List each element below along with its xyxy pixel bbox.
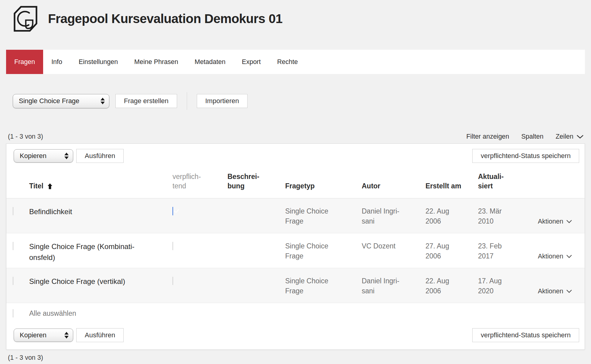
- tab-metadaten[interactable]: Metadaten: [186, 50, 234, 74]
- show-filter-link[interactable]: Filter anzeigen: [466, 133, 509, 140]
- updated-cell: 23. Feb 2017: [478, 241, 538, 261]
- row-actions-dropdown[interactable]: Aktionen: [538, 253, 572, 260]
- tab-rechte[interactable]: Rechte: [269, 50, 306, 74]
- execute-button-top[interactable]: Ausführen: [76, 149, 124, 163]
- chevron-down-icon: [566, 289, 572, 293]
- tab-info[interactable]: Info: [43, 50, 70, 74]
- tab-bar: Fragen Info Einstellungen Meine Phrasen …: [6, 50, 585, 74]
- chevron-down-icon: [566, 220, 572, 223]
- mandatory-checkbox[interactable]: [173, 242, 173, 250]
- author-cell: Daniel Ingri- sani: [362, 276, 425, 296]
- updated-cell: 23. Mär 2010: [478, 206, 538, 226]
- question-type-cell: Single Choice Frage: [285, 241, 362, 261]
- author-cell: VC Dozent: [362, 241, 425, 251]
- table-controls-top: Kopieren Ausführen verpflichtend-Status …: [6, 144, 585, 163]
- column-header-titel[interactable]: Titel: [29, 181, 172, 191]
- column-header-autor[interactable]: Autor: [362, 181, 425, 191]
- question-title-link[interactable]: Befindlichkeit: [29, 206, 172, 217]
- created-cell: 27. Aug 2006: [425, 241, 478, 261]
- table-row: Befindlichkeit Single Choice Frage Danie…: [6, 198, 585, 233]
- author-cell: Daniel Ingri- sani: [362, 206, 425, 226]
- question-title-link[interactable]: Single Choice Frage (vertikal): [29, 276, 172, 287]
- select-all-row: Alle auswählen: [6, 303, 585, 325]
- row-actions-dropdown[interactable]: Aktionen: [538, 288, 572, 295]
- chevron-down-icon: [566, 254, 572, 258]
- updated-cell: 17. Aug 2020: [478, 276, 538, 296]
- mandatory-checkbox[interactable]: [173, 277, 173, 285]
- row-select-checkbox[interactable]: [13, 242, 13, 250]
- row-actions-dropdown[interactable]: Aktionen: [538, 218, 572, 225]
- column-header-erstellt-am[interactable]: Erstellt am: [425, 181, 478, 191]
- toolbar-divider: [187, 92, 187, 110]
- bulk-action-value: Kopieren: [20, 152, 46, 160]
- select-all-checkbox[interactable]: [13, 309, 13, 318]
- page-header: Fragepool Kursevaluation Demokurs 01: [0, 0, 591, 33]
- question-toolbar: Single Choice Frage Frage erstellen Impo…: [13, 92, 591, 110]
- save-mandatory-status-button-bottom[interactable]: verpflichtend-Status speichern: [472, 328, 579, 342]
- question-type-cell: Single Choice Frage: [285, 206, 362, 226]
- chevron-down-icon: [576, 135, 584, 139]
- rows-dropdown[interactable]: Zeilen: [555, 133, 584, 140]
- create-question-button[interactable]: Frage erstellen: [115, 94, 177, 108]
- tab-fragen[interactable]: Fragen: [6, 50, 43, 74]
- tab-export[interactable]: Export: [234, 50, 269, 74]
- question-type-select[interactable]: Single Choice Frage: [13, 94, 109, 108]
- column-header-aktualisiert[interactable]: Aktuali- siert: [478, 172, 538, 191]
- created-cell: 22. Aug 2006: [425, 206, 478, 226]
- question-type-select-value: Single Choice Frage: [19, 97, 79, 105]
- column-header-verpflichtend: verpflich- tend: [172, 172, 227, 191]
- row-select-checkbox[interactable]: [13, 277, 13, 285]
- columns-link[interactable]: Spalten: [521, 133, 544, 140]
- select-stepper-icon: [101, 98, 105, 104]
- created-cell: 22. Aug 2006: [425, 276, 478, 296]
- table-header-row: Titel verpflich- tend Beschrei- bung Fra…: [6, 163, 585, 198]
- row-select-checkbox[interactable]: [13, 207, 13, 215]
- bulk-action-select-bottom[interactable]: Kopieren: [14, 329, 73, 342]
- select-stepper-icon: [64, 332, 69, 339]
- tab-einstellungen[interactable]: Einstellungen: [70, 50, 126, 74]
- bulk-action-value: Kopieren: [20, 331, 46, 339]
- tab-meine-phrasen[interactable]: Meine Phrasen: [126, 50, 186, 74]
- view-controls: Filter anzeigen Spalten Zeilen: [466, 133, 584, 140]
- page-title: Fragepool Kursevaluation Demokurs 01: [48, 12, 282, 26]
- execute-button-bottom[interactable]: Ausführen: [76, 328, 124, 342]
- question-table: Kopieren Ausführen verpflichtend-Status …: [6, 143, 585, 350]
- bulk-action-select-top[interactable]: Kopieren: [14, 149, 73, 163]
- mandatory-checkbox[interactable]: [173, 207, 173, 215]
- question-title-link[interactable]: Single Choice Frage (Kombinati- onsfeld): [29, 241, 172, 263]
- table-controls-bottom: Kopieren Ausführen verpflichtend-Status …: [6, 325, 585, 349]
- question-pool-icon: [12, 5, 39, 32]
- list-meta-row: (1 - 3 von 3) Filter anzeigen Spalten Ze…: [8, 133, 584, 140]
- sort-asc-icon: [47, 183, 53, 190]
- table-row: Single Choice Frage (vertikal) Single Ch…: [6, 268, 585, 303]
- import-button[interactable]: Importieren: [197, 94, 248, 108]
- select-stepper-icon: [64, 153, 69, 159]
- column-header-beschreibung[interactable]: Beschrei- bung: [227, 172, 285, 191]
- question-type-cell: Single Choice Frage: [285, 276, 362, 296]
- table-row: Single Choice Frage (Kombinati- onsfeld)…: [6, 233, 585, 268]
- save-mandatory-status-button-top[interactable]: verpflichtend-Status speichern: [472, 149, 579, 163]
- select-all-label: Alle auswählen: [29, 309, 172, 318]
- result-count-bottom: (1 - 3 von 3): [8, 354, 591, 362]
- column-header-fragetyp[interactable]: Fragetyp: [285, 181, 362, 191]
- result-count-top: (1 - 3 von 3): [8, 133, 43, 140]
